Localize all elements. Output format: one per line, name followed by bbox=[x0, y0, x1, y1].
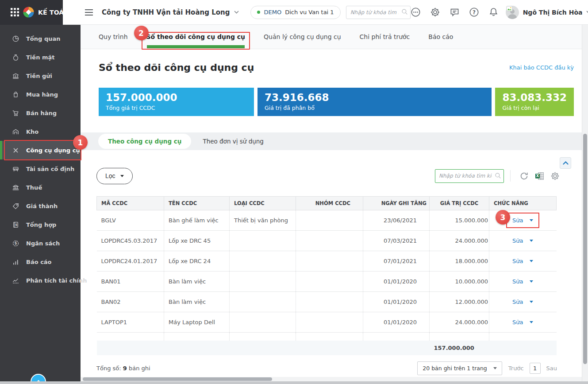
sidebar-item[interactable]: Tổng hợp 1 bbox=[0, 215, 81, 234]
action-dropdown-caret[interactable] bbox=[530, 260, 533, 262]
subtab[interactable]: Theo đơn vị sử dụng bbox=[193, 134, 273, 149]
cell-group bbox=[296, 272, 363, 292]
ccdc-table-area: MÃ CCDC TÊN CCDC LOẠI CCDC NHÓM CCDC NGÀ… bbox=[96, 196, 556, 355]
sidebar-item[interactable]: Tiền gửi 1 bbox=[0, 66, 81, 85]
company-selector[interactable]: Công ty TNHH Vận tải Hoàng Long bbox=[102, 8, 239, 16]
vertical-scrollbar-thumb[interactable] bbox=[583, 134, 587, 364]
settings-icon[interactable] bbox=[430, 7, 440, 17]
edit-action-link[interactable]: Sửa bbox=[512, 278, 523, 285]
cell-name: Máy Laptop Dell bbox=[164, 312, 230, 333]
edit-action-link[interactable]: Sửa bbox=[512, 237, 523, 244]
page-size-select[interactable]: 20 bản ghi trên 1 trang bbox=[417, 361, 502, 375]
horizontal-scrollbar-thumb[interactable] bbox=[83, 377, 272, 381]
column-header[interactable]: NHÓM CCDC bbox=[296, 197, 363, 210]
declare-ccdc-link[interactable]: Khai báo CCDC đầu kỳ bbox=[509, 64, 574, 71]
action-dropdown-caret[interactable] bbox=[530, 240, 533, 242]
more-options-icon[interactable] bbox=[411, 7, 421, 17]
table-row[interactable]: LOPDRC24.01.2017 Lốp xe DRC 24 07/01/202… bbox=[97, 251, 557, 272]
sidebar-item[interactable]: Tài sản cố định 1 bbox=[0, 159, 81, 178]
topbar-icons: ? bbox=[411, 7, 499, 17]
tab[interactable]: Sổ theo dõi công cụ dụng cụ 2 bbox=[146, 25, 246, 49]
refresh-icon[interactable] bbox=[519, 171, 529, 181]
table-row[interactable]: LOPDRC45.03.2017 Lốp xe DRC 45 07/03/202… bbox=[97, 231, 557, 251]
tab[interactable]: Quản lý công cụ dụng cụ 2 bbox=[264, 25, 341, 49]
page-header: Sổ theo dõi công cụ dụng cụ Khai báo CCD… bbox=[99, 62, 574, 73]
current-page-box[interactable]: 1 bbox=[530, 363, 541, 374]
action-dropdown-caret[interactable] bbox=[530, 301, 533, 303]
sidebar-item[interactable]: Kho 1 bbox=[0, 122, 81, 141]
subtab-label: Theo đơn vị sử dụng bbox=[203, 138, 264, 145]
column-header[interactable]: MÃ CCDC bbox=[97, 197, 164, 210]
card-value: 157.000.000 bbox=[106, 92, 247, 104]
sidebar-item-icon bbox=[12, 258, 19, 266]
chat-icon[interactable] bbox=[450, 7, 460, 17]
sidebar-item[interactable]: Tổng quan 1 bbox=[0, 29, 81, 48]
summary-card[interactable]: 73.916.668 Giá trị đã phân bổ bbox=[257, 88, 492, 116]
table-search-input[interactable] bbox=[435, 169, 504, 183]
help-icon[interactable]: ? bbox=[469, 7, 479, 17]
vertical-scrollbar[interactable] bbox=[582, 25, 588, 384]
sidebar-item-icon bbox=[12, 240, 19, 247]
sidebar-item[interactable]: Giá thành 1 bbox=[0, 197, 81, 215]
summary-card[interactable]: 83.083.332 Giá trị còn lại bbox=[495, 88, 574, 116]
cell-actions: Sửa 3 bbox=[489, 210, 557, 231]
collapse-panel-button[interactable] bbox=[560, 157, 571, 169]
menu-toggle-icon[interactable] bbox=[85, 9, 93, 16]
column-header[interactable]: GIÁ TRỊ CCDC bbox=[430, 197, 489, 210]
table-row[interactable]: BGLV Bàn ghế làm việc Thiết bị văn phòng… bbox=[97, 210, 557, 231]
horizontal-scrollbar[interactable] bbox=[81, 377, 582, 381]
user-menu[interactable]: Ngô Thị Bích Hòa bbox=[506, 6, 588, 19]
card-label: Giá trị đã phân bổ bbox=[265, 105, 484, 111]
column-header[interactable]: LOẠI CCDC bbox=[230, 197, 296, 210]
action-dropdown-caret[interactable] bbox=[530, 321, 533, 323]
sidebar-item[interactable]: Mua hàng 1 bbox=[0, 85, 81, 104]
sidebar: Tổng quan 1 Tiền mặt 1 Tiền gửi 1 bbox=[0, 25, 81, 384]
tab[interactable]: Quy trình 2 bbox=[99, 25, 128, 49]
sidebar-item[interactable]: Phân tích tài chính 1 bbox=[0, 271, 81, 290]
cell-actions: Sửa 3 bbox=[489, 231, 557, 251]
sidebar-item[interactable]: Bán hàng 1 bbox=[0, 104, 81, 122]
column-header[interactable]: TÊN CCDC bbox=[164, 197, 230, 210]
summary-card[interactable]: 157.000.000 Tổng giá trị CCDC bbox=[99, 88, 254, 116]
subtab[interactable]: Theo công cụ dụng cụ bbox=[98, 134, 191, 149]
table-row[interactable]: BAN01 Bàn làm việc 01/01/2020 10.000.000… bbox=[97, 272, 557, 292]
cell-type bbox=[230, 272, 296, 292]
sidebar-item[interactable]: Tiền mặt 1 bbox=[0, 48, 81, 66]
annotation-step-badge: 1 bbox=[73, 135, 88, 150]
export-excel-icon[interactable]: X bbox=[535, 171, 544, 181]
filter-button[interactable]: Lọc bbox=[96, 168, 133, 184]
apps-grid-icon[interactable] bbox=[11, 8, 19, 16]
tab[interactable]: Chi phí trả trước 2 bbox=[360, 25, 410, 49]
next-page-button[interactable]: Sau bbox=[546, 365, 557, 372]
action-dropdown-caret[interactable] bbox=[530, 219, 533, 221]
column-header[interactable]: CHỨC NĂNG bbox=[489, 197, 557, 210]
sidebar-item-label: Tổng quan bbox=[26, 35, 60, 42]
notifications-bell-icon[interactable] bbox=[488, 7, 499, 17]
edit-action-link[interactable]: Sửa bbox=[512, 299, 523, 305]
cell-code: LOPDRC45.03.2017 bbox=[97, 231, 164, 251]
edit-action-link[interactable]: Sửa bbox=[512, 258, 523, 264]
cell-actions: Sửa 3 bbox=[489, 312, 557, 333]
sidebar-item-label: Thuế bbox=[26, 184, 42, 191]
cell-type bbox=[230, 312, 296, 333]
edit-action-link[interactable]: Sửa bbox=[512, 319, 523, 326]
cell-value: 15.000.000 bbox=[430, 210, 489, 231]
table-settings-icon[interactable] bbox=[550, 171, 560, 181]
column-header[interactable]: NGÀY GHI TĂNG bbox=[363, 197, 430, 210]
sidebar-item[interactable]: Thuế 1 bbox=[0, 178, 81, 197]
environment-badge[interactable]: DEMO Dich vu Van tai 1 bbox=[250, 6, 340, 19]
table-header-row: MÃ CCDC TÊN CCDC LOẠI CCDC NHÓM CCDC NGÀ… bbox=[97, 197, 557, 210]
page-title: Sổ theo dõi công cụ dụng cụ bbox=[99, 62, 254, 73]
sidebar-item[interactable]: Công cụ dụng cụ 1 bbox=[0, 141, 81, 159]
sidebar-item[interactable]: Báo cáo 1 bbox=[0, 252, 81, 271]
sidebar-item[interactable]: Ngân sách 1 bbox=[0, 234, 81, 252]
prev-page-button[interactable]: Trước bbox=[508, 365, 524, 372]
table-row[interactable]: BAN02 Bàn làm việc 01/01/2020 12.000.000… bbox=[97, 292, 557, 312]
table-row[interactable]: LAPTOP1 Máy Laptop Dell 01/01/2020 24.00… bbox=[97, 312, 557, 333]
sidebar-item-label: Tổng hợp bbox=[26, 221, 56, 228]
tab[interactable]: Báo cáo 2 bbox=[428, 25, 453, 49]
card-label: Tổng giá trị CCDC bbox=[106, 105, 247, 111]
cell-value: 10.000.000 bbox=[430, 272, 489, 292]
edit-action-link[interactable]: Sửa bbox=[512, 217, 523, 224]
action-dropdown-caret[interactable] bbox=[530, 280, 533, 283]
